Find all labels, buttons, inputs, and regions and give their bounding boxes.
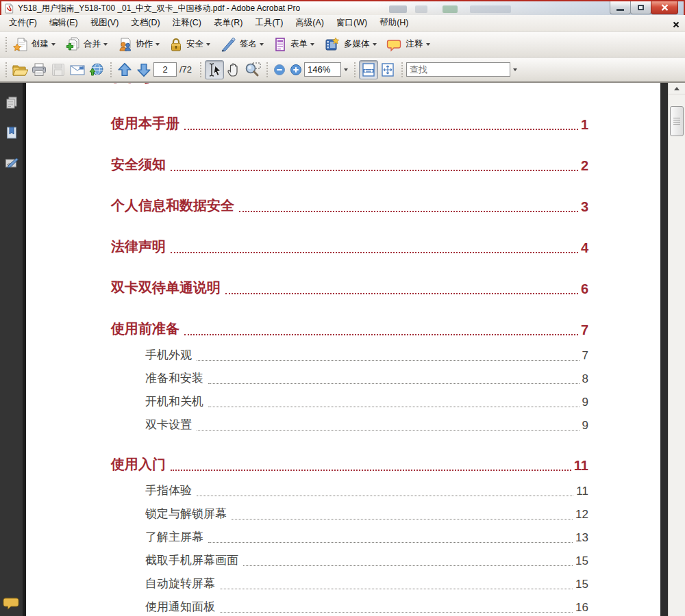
find-input[interactable] [406, 62, 510, 77]
marquee-zoom-button[interactable] [243, 60, 262, 79]
down-arrow-icon [136, 62, 152, 78]
pages-panel-button[interactable] [3, 94, 21, 112]
bookmarks-icon [5, 126, 18, 140]
toc-entry[interactable]: 自动旋转屏幕15 [111, 575, 588, 591]
toc-entry[interactable]: 安全须知2 [111, 156, 588, 174]
page-gutter [660, 83, 668, 616]
zoom-level-value: 146% [308, 64, 330, 75]
forms-menu-button[interactable]: 表单 [271, 35, 319, 54]
create-label: 创建 [32, 38, 49, 50]
toc-entry[interactable]: 双卡设置9 [111, 416, 588, 433]
scrollbar-thumb[interactable] [670, 106, 684, 136]
signatures-panel-button[interactable] [3, 154, 21, 172]
sign-label: 签名 [240, 38, 257, 50]
table-of-contents: 使用本手册1安全须知2个人信息和数据安全3法律声明4双卡双待单通说明6使用前准备… [26, 115, 660, 615]
fit-page-button[interactable] [378, 60, 397, 79]
toolbar-grip[interactable] [353, 62, 356, 77]
toc-entry[interactable]: 开机和关机9 [111, 393, 588, 409]
print-button[interactable] [29, 60, 49, 79]
zoom-level-box[interactable]: 146% [304, 62, 341, 77]
combine-menu-button[interactable]: 合并 [62, 35, 112, 54]
menu-item[interactable]: 窗口(W) [330, 15, 373, 31]
dotted-leader [220, 589, 573, 589]
dotted-leader [197, 496, 573, 496]
zoom-out-button[interactable] [271, 60, 288, 79]
sign-pen-icon [220, 37, 236, 52]
menu-item[interactable]: 表单(R) [208, 15, 249, 31]
multimedia-icon [324, 37, 340, 52]
toolbar-grip[interactable] [4, 62, 8, 77]
zoom-in-button[interactable] [288, 60, 304, 79]
security-lock-icon [169, 37, 183, 52]
chevron-down-icon [206, 43, 210, 46]
menu-item[interactable]: 工具(T) [249, 15, 289, 31]
create-menu-button[interactable]: 创建 [10, 35, 60, 54]
document-page[interactable]: 目录 使用本手册1安全须知2个人信息和数据安全3法律声明4双卡双待单通说明6使用… [26, 83, 660, 616]
toc-entry-page-number: 1 [581, 117, 588, 133]
close-button[interactable] [651, 1, 678, 14]
menu-item[interactable]: 注释(C) [166, 15, 208, 31]
menu-bar-items: 文件(F)编辑(E)视图(V)文档(D)注释(C)表单(R)工具(T)高级(A)… [3, 15, 415, 31]
toc-entry[interactable]: 使用通知面板16 [111, 598, 588, 615]
toc-entry-label: 锁定与解锁屏幕 [145, 506, 227, 522]
toc-entry[interactable]: 了解主屏幕13 [111, 528, 588, 545]
toolbar-grip[interactable] [400, 62, 403, 77]
toc-entry[interactable]: 使用前准备7 [111, 320, 588, 338]
toolbar-grip[interactable] [199, 62, 202, 77]
toc-entry[interactable]: 法律声明4 [111, 238, 588, 256]
toc-entry[interactable]: 个人信息和数据安全3 [111, 197, 588, 215]
menu-item[interactable]: 编辑(E) [43, 15, 84, 31]
scroll-up-button[interactable] [669, 83, 685, 94]
menu-item[interactable]: 文件(F) [3, 15, 43, 31]
menu-item[interactable]: 帮助(H) [373, 15, 414, 31]
restore-button[interactable] [630, 1, 651, 14]
dotted-leader [232, 519, 573, 519]
open-button[interactable] [10, 60, 29, 79]
toc-entry[interactable]: 准备和安装8 [111, 370, 588, 386]
collaborate-icon [117, 37, 132, 52]
zoom-level-dropdown[interactable] [341, 62, 350, 77]
comments-panel-button[interactable] [2, 594, 20, 612]
navigation-pane [0, 83, 26, 616]
bookmarks-panel-button[interactable] [3, 124, 21, 142]
toc-entry[interactable]: 手指体验11 [111, 482, 588, 498]
toolbar-grip[interactable] [265, 62, 269, 77]
toc-entry[interactable]: 截取手机屏幕画面15 [111, 552, 588, 568]
sign-menu-button[interactable]: 签名 [217, 35, 268, 54]
toc-entry[interactable]: 使用本手册1 [111, 115, 588, 133]
email-button[interactable] [68, 60, 87, 79]
dotted-leader [171, 470, 571, 471]
toolbar-grip[interactable] [4, 37, 8, 52]
toc-entry-label: 法律声明 [111, 238, 166, 256]
collaborate-menu-button[interactable]: 协作 [114, 35, 164, 54]
chevron-down-icon [51, 43, 55, 46]
restore-icon [638, 5, 644, 10]
menu-item[interactable]: 视图(V) [84, 15, 125, 31]
toc-entry-label: 手指体验 [145, 483, 192, 498]
chevron-down-icon [373, 43, 377, 46]
vertical-scrollbar[interactable] [668, 83, 685, 616]
toc-entry-page-number: 11 [574, 458, 588, 474]
fit-width-button[interactable] [359, 60, 378, 79]
page-number-input[interactable] [153, 62, 177, 77]
previous-page-button[interactable] [115, 60, 134, 79]
menu-item[interactable]: 文档(D) [125, 15, 166, 31]
toc-entry[interactable]: 双卡双待单通说明6 [111, 279, 588, 297]
upload-web-button[interactable] [87, 60, 106, 79]
toc-entry[interactable]: 使用入门11 [111, 456, 588, 474]
security-menu-button[interactable]: 安全 [166, 35, 214, 54]
menu-item[interactable]: 高级(A) [289, 15, 330, 31]
select-tool-button[interactable] [205, 60, 224, 79]
toc-entry[interactable]: 手机外观7 [111, 346, 588, 363]
multimedia-menu-button[interactable]: 多媒体 [321, 35, 381, 54]
minimize-button[interactable] [610, 1, 631, 14]
scrollbar-grip [673, 118, 680, 125]
next-page-button[interactable] [134, 60, 153, 79]
hand-tool-button[interactable] [224, 60, 243, 79]
toolbar-grip[interactable] [109, 62, 112, 77]
close-document-button[interactable] [673, 18, 680, 31]
find-dropdown[interactable] [510, 62, 519, 77]
dotted-leader [171, 170, 578, 171]
comment-menu-button[interactable]: 注释 [384, 35, 434, 54]
toc-entry[interactable]: 锁定与解锁屏幕12 [111, 505, 588, 522]
